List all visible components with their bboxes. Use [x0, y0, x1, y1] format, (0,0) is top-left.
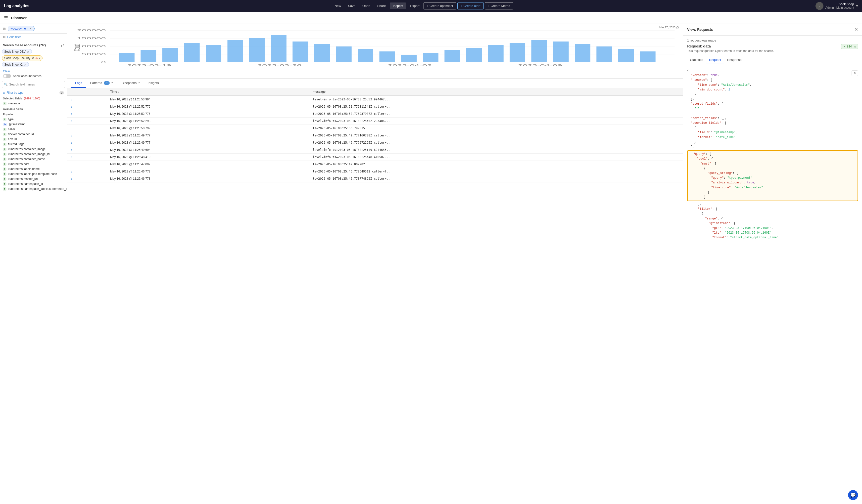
panel-tab-response[interactable]: Response: [724, 56, 745, 64]
row-expand-button[interactable]: ›: [70, 177, 73, 181]
panel-close-button[interactable]: ✕: [854, 27, 858, 32]
user-role: Admin | Main account: [825, 6, 854, 10]
field-item-k8s-host[interactable]: t kubernetes.host: [3, 161, 64, 167]
show-names-toggle[interactable]: [3, 74, 11, 78]
table-row: › May 16, 2023 @ 11:25:52.293 level=info…: [67, 118, 683, 125]
field-item-k8s-labels-pod-hash[interactable]: t kubernetes.labels.pod-template-hash: [3, 172, 64, 176]
field-item-k8s-namespace-id[interactable]: t kubernetes.namespace_id: [3, 182, 64, 186]
field-name-k8s-container-image: kubernetes.container_image: [8, 147, 45, 151]
accounts-title: Search these accounts (7/7): [3, 43, 46, 47]
chat-button[interactable]: 💬: [848, 490, 858, 500]
row-expand-button[interactable]: ›: [70, 155, 73, 159]
row-message: ts=2023-05-16T08:25:52.776937987Z caller…: [310, 110, 683, 118]
tab-exceptions-info-icon[interactable]: ?: [138, 81, 140, 85]
account-tag-sock-shop-v2[interactable]: Sock Shop v2 ✕: [2, 62, 29, 67]
svg-rect-10: [119, 53, 134, 62]
nav-create-optimizer-button[interactable]: + Create optimizer: [423, 2, 457, 10]
available-fields-title: Available fields: [3, 106, 64, 111]
filter-by-type-row[interactable]: ⊞ Filter by type 0: [0, 90, 67, 95]
field-item-k8s-container-image[interactable]: t kubernetes.container_image: [3, 147, 64, 151]
menu-icon[interactable]: ☰: [4, 15, 8, 21]
account-remove-icon-1[interactable]: ✕: [31, 56, 34, 60]
table-row: › May 16, 2023 @ 11:25:52.776 ts=2023-05…: [67, 103, 683, 110]
query-remove-icon[interactable]: ✕: [29, 27, 32, 30]
field-item-k8s-container-image-id[interactable]: t kubernetes.container_image_id: [3, 151, 64, 157]
row-message: ts=2023-05-16T08:25:52.776811541Z caller…: [310, 103, 683, 110]
panel-tab-statistics[interactable]: Statistics: [687, 56, 706, 64]
search-fields-input[interactable]: [2, 81, 65, 88]
table-row: › May 16, 2023 @ 11:25:46.778 ts=2023-05…: [67, 175, 683, 182]
tab-patterns-info-icon[interactable]: ?: [111, 81, 113, 85]
row-expand-button[interactable]: ›: [70, 133, 73, 137]
nav-save-button[interactable]: Save: [345, 2, 358, 9]
svg-rect-20: [336, 47, 352, 62]
svg-rect-15: [227, 40, 243, 62]
tab-patterns[interactable]: Patterns 73 ?: [86, 79, 117, 88]
svg-rect-17: [271, 35, 287, 62]
svg-rect-13: [184, 43, 200, 62]
field-item-k8s-namespace-labels[interactable]: t kubernetes.namespace_labels.kubernetes…: [3, 186, 64, 191]
row-time: May 16, 2023 @ 11:25:53.994: [107, 96, 310, 103]
account-tag-sock-shop-security[interactable]: Sock Shop Security ✕ ⊗ ▾: [2, 55, 42, 61]
row-expand-button[interactable]: ›: [70, 112, 73, 116]
account-tag-sock-shop-dev[interactable]: Sock Shop DEV ✕: [2, 49, 32, 54]
row-time: May 16, 2023 @ 11:25:48.410: [107, 154, 310, 161]
row-message: ts=2023-05-16T08:25:47.002282...: [310, 161, 683, 168]
field-item-k8s-labels-name[interactable]: t kubernetes.labels.name: [3, 167, 64, 172]
field-item-timestamp[interactable]: ts @timestamp: [3, 122, 64, 127]
filter-type-icon: ⊞: [3, 91, 5, 94]
nav-create-metric-button[interactable]: + Create Metric: [485, 2, 513, 10]
row-time: May 16, 2023 @ 11:25:49.777: [107, 132, 310, 139]
row-expand-button[interactable]: ›: [70, 97, 73, 102]
filter-icon-button[interactable]: ⊞: [3, 27, 6, 30]
nav-share-button[interactable]: Share: [374, 2, 389, 9]
selected-fields-section: Selected fields (1496 / 1500) t message: [0, 95, 67, 106]
field-item-docker-container-id[interactable]: t docker.container_id: [3, 132, 64, 137]
row-expand-button[interactable]: ›: [70, 119, 73, 123]
row-expand-button[interactable]: ›: [70, 141, 73, 145]
query-pill[interactable]: type:payment ✕: [8, 26, 35, 31]
field-item-caller[interactable]: t caller: [3, 127, 64, 132]
account-warning-icon[interactable]: ⊗: [35, 56, 38, 60]
row-time: May 16, 2023 @ 11:25:49.777: [107, 139, 310, 146]
field-item-k8s-master-url[interactable]: t kubernetes.master_url: [3, 176, 64, 182]
add-filter-link[interactable]: + Add filter: [7, 35, 21, 39]
row-expand-button[interactable]: ›: [70, 162, 73, 166]
user-dropdown-button[interactable]: ▾: [856, 3, 858, 8]
tab-insights[interactable]: Insights: [144, 79, 163, 88]
account-remove-icon-2[interactable]: ✕: [24, 63, 27, 67]
field-item-fluentd-tags[interactable]: t fluentd_tags: [3, 142, 64, 147]
nav-inspect-button[interactable]: Inspect: [390, 2, 406, 9]
filter-toggle-icon[interactable]: ⊕: [3, 35, 6, 39]
field-name-fluentd-tags: fluentd_tags: [8, 142, 24, 146]
search-icon: 🔍: [4, 83, 8, 86]
field-name-caller: caller: [8, 128, 15, 131]
nav-open-button[interactable]: Open: [360, 2, 373, 9]
account-label-sock-shop-dev: Sock Shop DEV: [4, 50, 26, 53]
row-message: level=info ts=2023-05-16T08:25:49.694463…: [310, 146, 683, 154]
row-expand-button[interactable]: ›: [70, 148, 73, 152]
panel-tab-request[interactable]: Request: [706, 56, 724, 64]
field-item-env-id[interactable]: t env_id: [3, 137, 64, 142]
col-time[interactable]: Time ↓: [107, 88, 310, 96]
tab-logs[interactable]: Logs: [71, 79, 86, 88]
row-expand-button[interactable]: ›: [70, 126, 73, 130]
nav-new-button[interactable]: New: [331, 2, 344, 9]
nav-export-button[interactable]: Export: [407, 2, 422, 9]
copy-button[interactable]: ⧉: [851, 70, 858, 76]
tab-exceptions[interactable]: Exceptions ?: [117, 79, 144, 88]
secondary-header: ☰ Discover: [0, 12, 862, 24]
account-expand-icon[interactable]: ▾: [39, 56, 40, 60]
row-expand-button[interactable]: ›: [70, 170, 73, 173]
selected-fields-title: Selected fields (1496 / 1500): [3, 95, 64, 101]
svg-rect-25: [444, 50, 460, 62]
accounts-collapse-button[interactable]: ⇄: [61, 43, 64, 48]
field-item-message[interactable]: t message: [3, 101, 64, 106]
field-item-k8s-container-name[interactable]: t kubernetes.container_name: [3, 157, 64, 161]
request-desc: This request queries OpenSearch to fetch…: [687, 49, 858, 53]
row-expand-button[interactable]: ›: [70, 105, 73, 109]
nav-create-alert-button[interactable]: + Create alert: [457, 2, 483, 10]
table-row: › May 16, 2023 @ 11:25:49.777 ts=2023-05…: [67, 132, 683, 139]
account-remove-icon-0[interactable]: ✕: [27, 50, 30, 54]
field-item-type[interactable]: t type: [3, 117, 64, 122]
